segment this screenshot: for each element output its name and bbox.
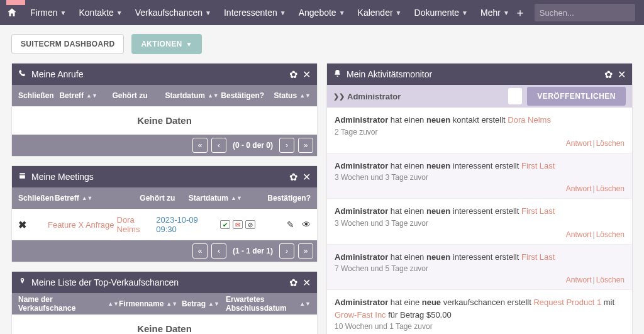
brand-ribbon: [6, 0, 25, 5]
pager-last[interactable]: »: [298, 243, 313, 259]
feed-link[interactable]: First Last: [521, 252, 555, 262]
delete-link[interactable]: Löschen: [596, 230, 625, 239]
nav-verkaufschancen[interactable]: Verkaufschancen▼: [130, 0, 216, 25]
accept-icon[interactable]: ✔: [220, 220, 230, 229]
chevron-down-icon: ▼: [116, 9, 123, 16]
dashlet-opportunities: Meine Liste der Top-Verkaufschancen ✿ ✕ …: [11, 271, 318, 334]
col-belongs[interactable]: Gehört zu: [140, 194, 188, 203]
decline-icon[interactable]: ⊘: [245, 220, 255, 229]
feed-item: Administrator hat einen neuen interessen…: [327, 153, 632, 199]
publish-button[interactable]: VERÖFFENTLICHEN: [527, 87, 626, 106]
sort-icon: ▲▼: [166, 302, 177, 306]
row-subject-link[interactable]: Feature X Anfrage: [48, 220, 114, 230]
col-belongs[interactable]: Gehört zu: [113, 91, 165, 100]
chevron-down-icon: ▼: [60, 9, 67, 16]
tentative-icon[interactable]: ✉: [233, 220, 243, 229]
close-icon[interactable]: ✕: [303, 69, 311, 81]
gear-icon[interactable]: ✿: [604, 69, 613, 81]
table-header: Name der Verkaufschance▲▼ Firmenname▲▼ B…: [12, 293, 317, 315]
nav-kontakte[interactable]: Kontakte▼: [74, 0, 127, 25]
dashlet-title: Meine Anrufe: [31, 69, 284, 79]
delete-link[interactable]: Löschen: [596, 276, 625, 284]
sort-icon: ▲▼: [82, 196, 93, 200]
sort-icon: ▲▼: [108, 302, 119, 306]
feed-link[interactable]: Grow-Fast Inc: [335, 310, 386, 320]
sort-icon: ▲▼: [86, 94, 97, 97]
activity-input[interactable]: [508, 88, 522, 104]
activity-feed: Administrator hat einen neuen kontakt er…: [327, 108, 632, 334]
chevron-down-icon: ▼: [462, 9, 468, 16]
sort-icon: ▲▼: [299, 94, 311, 97]
col-close[interactable]: Schließen: [18, 194, 55, 203]
pager-next[interactable]: ›: [279, 138, 294, 153]
nav-kalender[interactable]: Kalender▼: [353, 0, 407, 25]
pager-first[interactable]: «: [192, 243, 208, 259]
gear-icon[interactable]: ✿: [289, 277, 297, 289]
sort-icon: ▲▼: [231, 196, 242, 200]
edit-icon[interactable]: ✎: [287, 220, 294, 230]
no-data: Keine Daten: [12, 315, 317, 334]
col-subject[interactable]: Betreff▲▼: [59, 91, 112, 100]
close-icon[interactable]: ✕: [303, 277, 311, 289]
gear-icon[interactable]: ✿: [289, 69, 297, 81]
gear-icon[interactable]: ✿: [289, 171, 297, 183]
col-close[interactable]: Schließen: [18, 91, 59, 100]
global-search[interactable]: [535, 4, 635, 21]
nav-firmen[interactable]: Firmen▼: [25, 0, 71, 25]
col-date[interactable]: Erwartetes Abschlussdatum▲▼: [226, 295, 311, 313]
sort-icon: ▲▼: [299, 302, 311, 306]
feed-item: Administrator hat einen neuen interessen…: [327, 245, 632, 291]
pager-prev[interactable]: ‹: [211, 138, 226, 153]
feed-link[interactable]: First Last: [521, 161, 555, 170]
reply-link[interactable]: Antwort: [566, 230, 592, 239]
col-confirm[interactable]: Bestätigen?: [221, 91, 274, 100]
reply-link[interactable]: Antwort: [566, 139, 592, 148]
feed-link[interactable]: First Last: [521, 206, 555, 216]
row-close-icon[interactable]: ✖: [18, 220, 26, 230]
row-belongs-link[interactable]: Dora Nelms: [117, 215, 140, 234]
feed-item: Administrator hat eine neue verkaufschan…: [327, 290, 632, 334]
pager-prev[interactable]: ‹: [211, 243, 226, 259]
col-start[interactable]: Startdatum▲▼: [165, 91, 221, 100]
calendar-icon: [18, 172, 26, 182]
nav-angebote[interactable]: Angebote▼: [294, 0, 350, 25]
nav-mehr[interactable]: Mehr▼: [475, 0, 514, 25]
search-input[interactable]: [540, 8, 644, 18]
pager-first[interactable]: «: [192, 138, 208, 153]
pager-last[interactable]: »: [298, 138, 313, 153]
chevron-down-icon: ▼: [280, 9, 286, 16]
view-icon[interactable]: 👁: [302, 220, 311, 230]
col-name[interactable]: Name der Verkaufschance▲▼: [18, 295, 119, 313]
col-status[interactable]: Status▲▼: [274, 91, 311, 100]
main-nav: Firmen▼ Kontakte▼ Verkaufschancen▼ Inter…: [25, 0, 514, 25]
col-confirm[interactable]: Bestätigen?: [267, 194, 311, 203]
home-icon[interactable]: [6, 6, 18, 19]
feed-time: 2 Tage zuvor: [335, 128, 625, 136]
col-firm[interactable]: Firmenname▲▼: [119, 299, 182, 308]
reply-link[interactable]: Antwort: [566, 276, 592, 284]
col-amount[interactable]: Betrag▲▼: [182, 299, 226, 308]
close-icon[interactable]: ✕: [618, 69, 626, 81]
dashlet-meetings: Meine Meetings ✿ ✕ Schließen Betreff▲▼ G…: [11, 165, 318, 262]
dashlet-title: Meine Liste der Top-Verkaufschancen: [31, 277, 284, 287]
chevron-down-icon: ▼: [503, 9, 509, 16]
feed-link[interactable]: Dora Nelms: [508, 115, 551, 125]
col-start[interactable]: Startdatum▲▼: [189, 194, 268, 203]
nav-interessenten[interactable]: Interessenten▼: [219, 0, 291, 25]
chevron-down-icon: ▼: [396, 9, 402, 16]
reply-link[interactable]: Antwort: [566, 184, 592, 193]
activity-user: ❯❯Administrator: [333, 92, 503, 101]
row-start-link[interactable]: 2023-10-09 09:30: [156, 215, 198, 234]
actions-button[interactable]: AKTIONEN▼: [131, 34, 201, 54]
delete-link[interactable]: Löschen: [596, 139, 625, 148]
col-subject[interactable]: Betreff▲▼: [55, 194, 140, 203]
quick-create-icon[interactable]: ＋: [514, 5, 526, 20]
pager-text: (0 - 0 der 0): [230, 141, 275, 150]
chevrons-down-icon: ❯❯: [333, 92, 345, 101]
nav-dokumente[interactable]: Dokumente▼: [409, 0, 474, 25]
feed-link[interactable]: Request Product 1: [533, 298, 601, 307]
pager-next[interactable]: ›: [279, 243, 294, 259]
delete-link[interactable]: Löschen: [596, 184, 625, 193]
close-icon[interactable]: ✕: [303, 171, 311, 183]
dashboard-tab[interactable]: SUITECRM DASHBOARD: [11, 34, 124, 54]
